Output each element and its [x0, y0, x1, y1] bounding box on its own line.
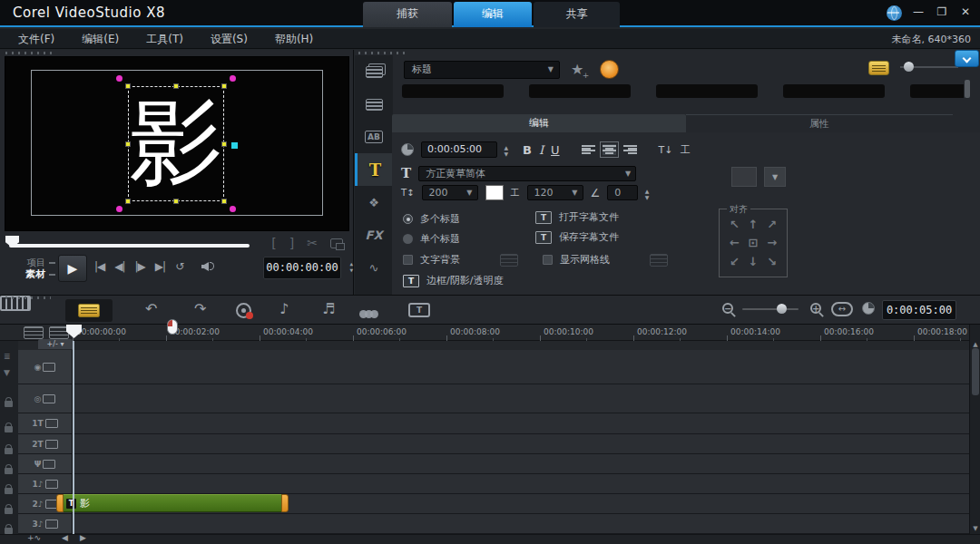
filter-icon[interactable]: FX: [355, 219, 393, 251]
save-subtitle-label[interactable]: 保存字幕文件: [559, 230, 619, 244]
timeline-duration-field[interactable]: 0:00:05:00: [882, 300, 956, 320]
underline-button[interactable]: U: [551, 143, 560, 157]
clip-trim-handle[interactable]: [56, 494, 64, 512]
rotate-handle[interactable]: [116, 206, 122, 212]
track-lock-icon[interactable]: [5, 528, 13, 534]
border-shadow-label[interactable]: 边框/阴影/透明度: [426, 274, 503, 287]
track-body[interactable]: [73, 434, 969, 453]
motion-path-icon[interactable]: ∿: [355, 251, 393, 284]
globe-icon[interactable]: [887, 5, 902, 21]
track-swap-icon[interactable]: [49, 326, 69, 339]
track-lock-icon[interactable]: [5, 468, 13, 474]
slider-knob[interactable]: [904, 62, 914, 72]
scroll-left-icon[interactable]: ◀: [62, 533, 68, 542]
chevron-down-icon[interactable]: ▼: [4, 368, 10, 377]
save-subtitle-icon[interactable]: T: [535, 231, 552, 244]
timeline-zoom-slider[interactable]: [742, 308, 799, 310]
track-body[interactable]: [73, 454, 969, 473]
auto-music-icon[interactable]: [362, 305, 378, 322]
maximize-button[interactable]: ❐: [933, 4, 951, 20]
track-body[interactable]: [73, 514, 969, 533]
transport-button[interactable]: |◀: [94, 260, 104, 273]
tab-attributes[interactable]: 属性: [686, 114, 953, 132]
close-button[interactable]: ✕: [956, 4, 975, 20]
align-arrow-button[interactable]: ↙: [725, 252, 744, 271]
track-body[interactable]: [73, 384, 969, 413]
rotate-handle[interactable]: [116, 75, 122, 82]
audio-waveform-icon[interactable]: ♪: [279, 300, 289, 317]
tab-edit-options[interactable]: 编辑: [392, 114, 686, 132]
text-background-label[interactable]: 文字背景: [420, 253, 460, 267]
italic-button[interactable]: I: [539, 143, 544, 157]
menu-item[interactable]: 编辑(E): [82, 32, 119, 47]
fit-timeline-icon[interactable]: ↔: [831, 302, 853, 316]
text-background-settings-icon[interactable]: [500, 254, 518, 267]
vertical-text-icon[interactable]: T↓: [659, 144, 673, 156]
title-clip[interactable]: T 影: [56, 494, 289, 512]
single-title-label[interactable]: 单个标题: [420, 232, 460, 246]
add-to-favorites-icon[interactable]: ★: [571, 61, 583, 78]
align-arrow-button[interactable]: ↘: [762, 252, 781, 271]
transition-icon[interactable]: AB: [355, 121, 393, 153]
align-arrow-button[interactable]: ↖: [725, 215, 744, 234]
timeline-view-button[interactable]: [65, 299, 113, 322]
font-size-dropdown[interactable]: 200▼: [422, 185, 478, 200]
resize-handle[interactable]: [125, 83, 131, 89]
text-preset-swatch[interactable]: [731, 167, 757, 187]
enlarge-preview-icon[interactable]: [330, 238, 343, 248]
vertical-text-icon[interactable]: 工: [681, 143, 691, 157]
clip-trim-handle[interactable]: [281, 494, 289, 512]
title-thumbnail[interactable]: [910, 84, 964, 98]
transport-button[interactable]: ▶|: [155, 260, 165, 273]
tab-share[interactable]: 共享: [534, 2, 620, 27]
title-thumbnail[interactable]: [529, 84, 631, 98]
menu-item[interactable]: 帮助(H): [275, 32, 313, 47]
track-header[interactable]: Ψ: [18, 454, 73, 473]
title-icon[interactable]: T: [355, 153, 393, 186]
add-remove-track-button[interactable]: +/- ▾: [38, 339, 73, 349]
panel-drag-handle[interactable]: [5, 296, 51, 299]
track-lock-icon[interactable]: [5, 401, 13, 407]
multiple-titles-label[interactable]: 多个标题: [420, 212, 460, 226]
bold-button[interactable]: B: [523, 143, 532, 157]
text-background-checkbox[interactable]: [403, 255, 413, 265]
resize-handle[interactable]: [221, 141, 227, 147]
stretch-handle[interactable]: [231, 142, 238, 149]
track-body[interactable]: [73, 413, 969, 433]
rotate-handle[interactable]: [230, 75, 236, 82]
rotate-angle-field[interactable]: 0 ▲▼: [607, 185, 638, 200]
align-arrow-button[interactable]: ↗: [762, 215, 781, 234]
resize-handle[interactable]: [125, 199, 131, 204]
transport-button[interactable]: ◀|: [114, 260, 124, 273]
add-music-track-icon[interactable]: +∿: [27, 533, 41, 542]
duration-field[interactable]: 0:00:05:00 ▲▼: [421, 141, 497, 158]
align-arrow-button[interactable]: ⊡: [744, 234, 763, 253]
grid-settings-icon[interactable]: [650, 254, 668, 267]
scroll-down-icon[interactable]: ▼: [970, 525, 980, 532]
resize-handle[interactable]: [125, 141, 131, 147]
align-left-icon[interactable]: [582, 144, 595, 155]
align-arrow-button[interactable]: ↑: [744, 215, 763, 234]
resize-handle[interactable]: [173, 199, 179, 204]
subtitle-editor-icon[interactable]: T: [408, 303, 430, 317]
zoom-out-icon[interactable]: −: [722, 303, 733, 314]
multiple-titles-radio[interactable]: [403, 214, 413, 224]
zoom-in-icon[interactable]: +: [810, 303, 821, 314]
collapse-panel-button[interactable]: [955, 50, 979, 67]
track-header[interactable]: ◉: [18, 350, 73, 384]
timeline-ruler[interactable]: 00:00:00:0000:00:02:0000:00:04:0000:00:0…: [0, 325, 969, 341]
mark-out-icon[interactable]: ]: [289, 236, 294, 250]
scroll-up-icon[interactable]: ▲: [970, 341, 980, 348]
transport-button[interactable]: ↺: [175, 260, 183, 273]
menu-item[interactable]: 文件(F): [18, 32, 54, 47]
title-selection-box[interactable]: 影: [128, 86, 224, 201]
panel-drag-handle[interactable]: [5, 52, 56, 54]
graphic-icon[interactable]: ❖: [355, 186, 393, 219]
show-grid-checkbox[interactable]: [543, 255, 553, 265]
track-lock-icon[interactable]: [5, 426, 13, 432]
resize-handle[interactable]: [221, 199, 227, 204]
cut-icon[interactable]: ✂: [307, 236, 318, 250]
category-dropdown[interactable]: 标题▼: [404, 61, 560, 79]
panel-drag-handle[interactable]: [358, 52, 409, 54]
scrubber-track[interactable]: [9, 244, 250, 248]
